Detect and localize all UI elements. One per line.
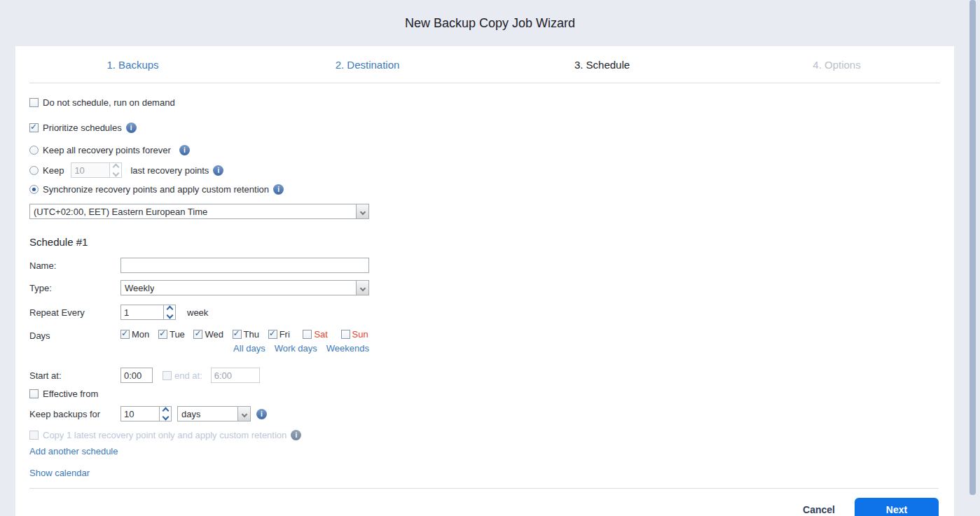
start-at-input[interactable]	[120, 368, 153, 383]
keep-last-row: Keep last recovery points	[29, 162, 939, 178]
tab-backups[interactable]: 1. Backups	[15, 59, 250, 71]
prioritize-label: Prioritize schedules	[43, 123, 122, 133]
effective-from-checkbox[interactable]	[29, 389, 39, 398]
day-tue-label: Tue	[170, 329, 185, 340]
keep-forever-row: Keep all recovery points forever	[29, 145, 939, 155]
type-row: Type: Weekly	[29, 280, 939, 295]
page-title: New Backup Copy Job Wizard	[0, 0, 980, 31]
name-row: Name:	[29, 258, 939, 273]
weekends-link[interactable]: Weekends	[326, 343, 369, 354]
day-wed-label: Wed	[205, 329, 223, 340]
wizard-steps: 1. Backups 2. Destination 3. Schedule 4.…	[15, 46, 954, 83]
cancel-button[interactable]: Cancel	[803, 504, 835, 515]
day-tue-checkbox[interactable]	[158, 330, 167, 339]
scrollbar-thumb[interactable]	[969, 0, 976, 495]
type-value: Weekly	[121, 283, 154, 293]
prioritize-checkbox[interactable]	[29, 123, 39, 132]
keep-last-count-stepper	[71, 162, 122, 178]
next-button[interactable]: Next	[855, 498, 939, 516]
window-titlebar: New Backup Copy Job Wizard	[0, 0, 980, 46]
effective-from-row: Effective from	[29, 389, 939, 399]
stepper-arrows-icon	[109, 163, 121, 177]
info-icon	[291, 430, 301, 440]
day-fri-checkbox[interactable]	[268, 330, 277, 339]
effective-from-label: Effective from	[43, 389, 98, 399]
stepper-arrows-icon[interactable]	[159, 407, 171, 421]
repeat-label: Repeat Every	[29, 307, 120, 318]
info-icon[interactable]	[126, 123, 137, 133]
keep-last-prefix-label: Keep	[43, 165, 64, 176]
show-calendar-row: Show calendar	[29, 468, 939, 478]
vertical-scrollbar[interactable]	[969, 0, 976, 516]
show-calendar-link[interactable]: Show calendar	[29, 468, 90, 478]
name-label: Name:	[29, 260, 120, 271]
repeat-unit-label: week	[187, 307, 208, 318]
day-sun-checkbox[interactable]	[341, 330, 350, 339]
day-fri-label: Fri	[279, 329, 290, 340]
day-thu-checkbox[interactable]	[233, 330, 242, 339]
all-days-link[interactable]: All days	[233, 343, 265, 354]
day-thu[interactable]: Thu	[233, 329, 259, 340]
info-icon[interactable]	[273, 184, 284, 195]
day-wed-checkbox[interactable]	[193, 330, 202, 339]
add-schedule-link[interactable]: Add another schedule	[29, 446, 118, 456]
repeat-stepper[interactable]	[120, 305, 176, 320]
day-sun[interactable]: Sun	[341, 329, 368, 340]
timezone-select[interactable]: (UTC+02:00, EET) Eastern European Time	[29, 204, 369, 219]
do-not-schedule-row: Do not schedule, run on demand	[29, 97, 939, 108]
stepper-arrows-icon[interactable]	[163, 305, 175, 319]
days-controls: Mon Tue Wed Thu Fri Sat Sun All days Wor…	[120, 329, 369, 354]
wizard-dialog: 1. Backups 2. Destination 3. Schedule 4.…	[15, 46, 954, 516]
repeat-row: Repeat Every week	[29, 305, 939, 320]
info-icon[interactable]	[213, 165, 223, 176]
tab-options: 4. Options	[719, 59, 954, 71]
schedule-heading: Schedule #1	[29, 236, 939, 248]
keep-backups-row: Keep backups for days	[29, 406, 939, 421]
type-label: Type:	[29, 283, 120, 293]
do-not-schedule-label: Do not schedule, run on demand	[43, 97, 175, 108]
type-select[interactable]: Weekly	[120, 280, 369, 295]
synchronize-radio[interactable]	[29, 185, 39, 194]
keep-last-suffix-label: last recovery points	[130, 165, 209, 176]
keep-forever-radio[interactable]	[29, 146, 39, 155]
keep-backups-stepper[interactable]	[120, 406, 172, 421]
work-days-link[interactable]: Work days	[275, 343, 317, 354]
name-input[interactable]	[120, 258, 369, 273]
day-mon-checkbox[interactable]	[120, 330, 130, 339]
day-preset-links: All days Work days Weekends	[120, 343, 369, 354]
day-tue[interactable]: Tue	[158, 329, 185, 340]
keep-last-radio[interactable]	[29, 166, 39, 175]
day-mon-label: Mon	[132, 329, 149, 340]
keep-unit-select[interactable]: days	[177, 406, 251, 421]
day-sat[interactable]: Sat	[303, 329, 328, 340]
day-sat-checkbox[interactable]	[303, 330, 312, 339]
copy-latest-checkbox	[29, 431, 39, 440]
do-not-schedule-checkbox[interactable]	[29, 98, 39, 107]
days-row: Days Mon Tue Wed Thu Fri Sat Sun All day…	[29, 329, 939, 354]
tab-schedule[interactable]: 3. Schedule	[485, 59, 719, 71]
chevron-down-icon	[356, 204, 368, 218]
info-icon[interactable]	[256, 409, 267, 419]
day-sat-label: Sat	[314, 329, 328, 340]
chevron-down-icon	[237, 407, 250, 421]
repeat-input[interactable]	[121, 305, 163, 319]
wizard-footer: Cancel Next	[15, 489, 954, 516]
day-checkbox-group: Mon Tue Wed Thu Fri Sat Sun	[120, 329, 369, 341]
copy-latest-label: Copy 1 latest recovery point only and ap…	[43, 430, 287, 440]
keep-backups-label: Keep backups for	[29, 409, 120, 419]
keep-last-count-input	[71, 163, 109, 177]
add-schedule-row: Add another schedule	[29, 446, 939, 456]
start-at-label: Start at:	[29, 370, 120, 381]
end-at-input	[211, 368, 260, 383]
day-thu-label: Thu	[244, 329, 259, 340]
copy-latest-row: Copy 1 latest recovery point only and ap…	[29, 430, 939, 440]
keep-backups-input[interactable]	[121, 407, 159, 421]
day-sun-label: Sun	[352, 329, 368, 340]
day-mon[interactable]: Mon	[120, 329, 149, 340]
day-fri[interactable]: Fri	[268, 329, 290, 340]
day-wed[interactable]: Wed	[193, 329, 223, 340]
tab-destination[interactable]: 2. Destination	[250, 59, 485, 71]
info-icon[interactable]	[179, 145, 190, 155]
end-at-checkbox[interactable]	[163, 371, 172, 380]
keep-forever-label: Keep all recovery points forever	[43, 145, 171, 155]
